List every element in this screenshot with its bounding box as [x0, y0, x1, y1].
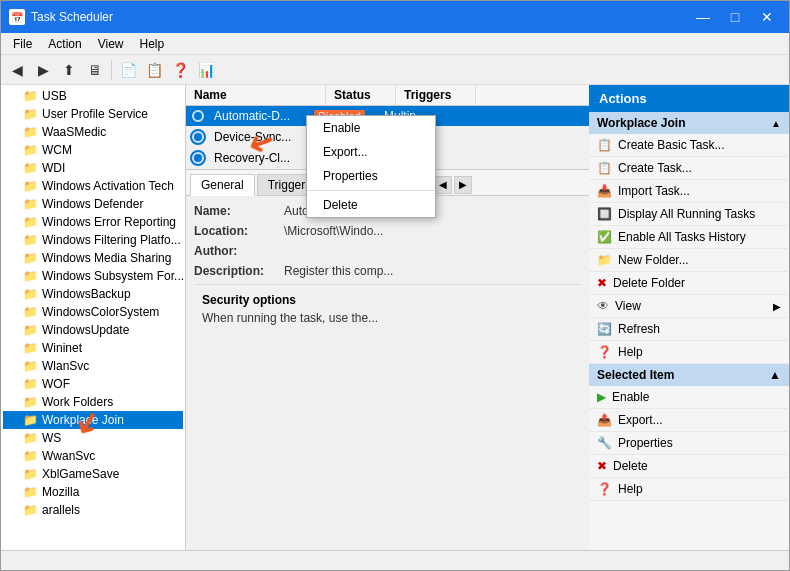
selected-section-collapse-arrow: ▲: [769, 368, 781, 382]
action-help-item[interactable]: ❓ Help: [589, 478, 789, 501]
sidebar-item-wininet[interactable]: 📁 Wininet: [3, 339, 183, 357]
details-description-row: Description: Register this comp...: [194, 264, 581, 278]
menu-help[interactable]: Help: [132, 35, 173, 52]
sidebar-item-update[interactable]: 📁 WindowsUpdate: [3, 321, 183, 339]
back-button[interactable]: ◀: [5, 58, 29, 82]
action-enable-item[interactable]: ▶ Enable: [589, 386, 789, 409]
actions-header: Actions: [589, 85, 789, 112]
action-display-running[interactable]: 🔲 Display All Running Tasks: [589, 203, 789, 226]
context-menu-export[interactable]: Export...: [307, 140, 435, 164]
sidebar-item-filtering[interactable]: 📁 Windows Filtering Platfo...: [3, 231, 183, 249]
tab-general[interactable]: General: [190, 174, 255, 196]
folder-icon: 📁: [23, 503, 38, 517]
sidebar-item-label: XblGameSave: [42, 467, 119, 481]
col-header-triggers[interactable]: Triggers: [396, 85, 476, 105]
col-header-status[interactable]: Status: [326, 85, 396, 105]
sidebar-item-mozilla[interactable]: 📁 Mozilla: [3, 483, 183, 501]
sidebar-item-backup[interactable]: 📁 WindowsBackup: [3, 285, 183, 303]
sidebar-item-label: Windows Media Sharing: [42, 251, 171, 265]
folder-icon: 📁: [23, 485, 38, 499]
action-create-basic[interactable]: 📋 Create Basic Task...: [589, 134, 789, 157]
sidebar-item-workfolders[interactable]: 📁 Work Folders: [3, 393, 183, 411]
tab-scroll-right[interactable]: ▶: [454, 176, 472, 194]
action-enable-history[interactable]: ✅ Enable All Tasks History: [589, 226, 789, 249]
sidebar-item-label: Windows Subsystem For...: [42, 269, 184, 283]
submenu-arrow-icon: ▶: [773, 301, 781, 312]
sidebar-tree: 📁 USB 📁 User Profile Service 📁 WaaSMedic…: [1, 85, 186, 550]
sidebar-item-label: User Profile Service: [42, 107, 148, 121]
sidebar-item-userprofile[interactable]: 📁 User Profile Service: [3, 105, 183, 123]
sidebar-item-label: WwanSvc: [42, 449, 95, 463]
workplace-join-section-header[interactable]: Workplace Join ▲: [589, 112, 789, 134]
context-menu-enable[interactable]: Enable: [307, 116, 435, 140]
new-button[interactable]: 📄: [116, 58, 140, 82]
maximize-button[interactable]: □: [721, 7, 749, 27]
sidebar-item-waasmedic[interactable]: 📁 WaaSMedic: [3, 123, 183, 141]
action-label: New Folder...: [618, 253, 689, 267]
folder-icon: 📁: [23, 125, 38, 139]
col-header-name[interactable]: Name: [186, 85, 326, 105]
folder-icon: 📁: [23, 251, 38, 265]
minimize-button[interactable]: —: [689, 7, 717, 27]
description-label: Description:: [194, 264, 284, 278]
action-properties-item[interactable]: 🔧 Properties: [589, 432, 789, 455]
sidebar-item-label: WaaSMedic: [42, 125, 106, 139]
sidebar-item-parallels[interactable]: 📁 arallels: [3, 501, 183, 519]
sidebar-item-xblgamesave[interactable]: 📁 XblGameSave: [3, 465, 183, 483]
sidebar-item-wsl[interactable]: 📁 Windows Subsystem For...: [3, 267, 183, 285]
selected-item-section-header[interactable]: Selected Item ▲: [589, 364, 789, 386]
up-button[interactable]: ⬆: [57, 58, 81, 82]
action-label: Delete: [613, 459, 648, 473]
sidebar-item-mediasharing[interactable]: 📁 Windows Media Sharing: [3, 249, 183, 267]
action-delete-folder[interactable]: ✖ Delete Folder: [589, 272, 789, 295]
import-icon: 📥: [597, 184, 612, 198]
folder-icon: 📁: [23, 197, 38, 211]
action-export-item[interactable]: 📤 Export...: [589, 409, 789, 432]
sidebar-item-colorsystem[interactable]: 📁 WindowsColorSystem: [3, 303, 183, 321]
action-view[interactable]: 👁 View ▶: [589, 295, 789, 318]
sidebar-item-wof[interactable]: 📁 WOF: [3, 375, 183, 393]
sidebar-item-wdi[interactable]: 📁 WDI: [3, 159, 183, 177]
action-label: Refresh: [618, 322, 660, 336]
sidebar-item-label: WindowsBackup: [42, 287, 131, 301]
task-details: General Triggers Actions C... ◀ ▶ Name: …: [186, 170, 589, 550]
help-toolbar-button[interactable]: ❓: [168, 58, 192, 82]
titlebar: 📅 Task Scheduler — □ ✕: [1, 1, 789, 33]
sidebar-item-workplacejoin[interactable]: 📁 Workplace Join: [3, 411, 183, 429]
window-title: Task Scheduler: [31, 10, 689, 24]
display-icon: 🔲: [597, 207, 612, 221]
action-label: View: [615, 299, 641, 313]
sidebar-item-wer[interactable]: 📁 Windows Error Reporting: [3, 213, 183, 231]
export-button[interactable]: 📊: [194, 58, 218, 82]
properties-toolbar-button[interactable]: 📋: [142, 58, 166, 82]
folder-icon: 📁: [23, 269, 38, 283]
forward-button[interactable]: ▶: [31, 58, 55, 82]
sidebar-item-wcm[interactable]: 📁 WCM: [3, 141, 183, 159]
sidebar-item-wlansvc[interactable]: 📁 WlanSvc: [3, 357, 183, 375]
sidebar-item-ws[interactable]: 📁 WS: [3, 429, 183, 447]
author-label: Author:: [194, 244, 284, 258]
sidebar-item-winact[interactable]: 📁 Windows Activation Tech: [3, 177, 183, 195]
action-delete-item[interactable]: ✖ Delete: [589, 455, 789, 478]
menu-file[interactable]: File: [5, 35, 40, 52]
menu-view[interactable]: View: [90, 35, 132, 52]
action-create-task[interactable]: 📋 Create Task...: [589, 157, 789, 180]
help-icon: ❓: [597, 345, 612, 359]
context-menu-delete[interactable]: Delete: [307, 193, 435, 217]
action-new-folder[interactable]: 📁 New Folder...: [589, 249, 789, 272]
center-panel: Name Status Triggers Automatic-D... Disa…: [186, 85, 589, 550]
sidebar-item-defender[interactable]: 📁 Windows Defender: [3, 195, 183, 213]
action-help[interactable]: ❓ Help: [589, 341, 789, 364]
sidebar-item-usb[interactable]: 📁 USB: [3, 87, 183, 105]
close-button[interactable]: ✕: [753, 7, 781, 27]
show-hide-button[interactable]: 🖥: [83, 58, 107, 82]
action-refresh[interactable]: 🔄 Refresh: [589, 318, 789, 341]
tab-scroll-left[interactable]: ◀: [434, 176, 452, 194]
menu-action[interactable]: Action: [40, 35, 89, 52]
sidebar-item-label: USB: [42, 89, 67, 103]
sidebar-item-wwansvc[interactable]: 📁 WwanSvc: [3, 447, 183, 465]
action-import[interactable]: 📥 Import Task...: [589, 180, 789, 203]
folder-icon: 📁: [23, 323, 38, 337]
context-menu-properties[interactable]: Properties: [307, 164, 435, 188]
details-author-row: Author:: [194, 244, 581, 258]
